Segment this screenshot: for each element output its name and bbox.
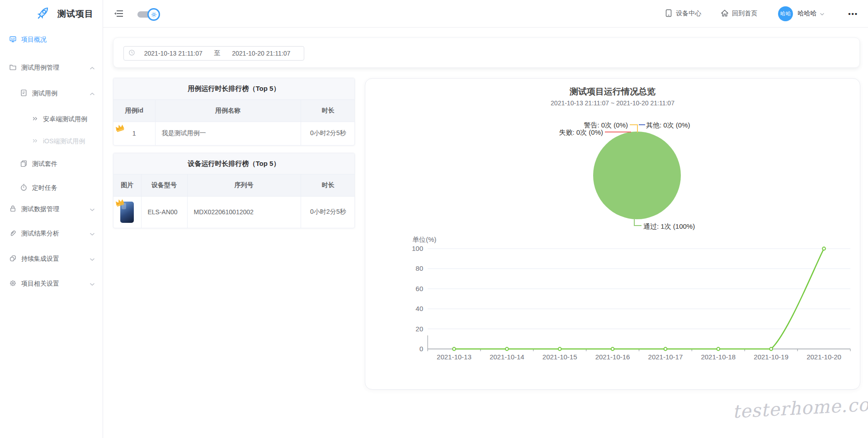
- case-duration-card: 用例运行时长排行榜（Top 5） 用例id 用例名称 时长 1 我是测试用例一 …: [113, 78, 355, 146]
- device-duration-card: 设备运行时长排行榜（Top 5） 图片 设备型号 序列号 时长 ELS-AN00…: [113, 153, 355, 228]
- sidebar-item-test-suite[interactable]: 测试套件: [0, 152, 103, 176]
- sidebar-item-testcase-management[interactable]: 测试用例管理: [0, 56, 103, 80]
- chevron-up-icon: [90, 90, 95, 97]
- case-duration-table: 用例id 用例名称 时长 1 我是测试用例一 0小时2分5秒: [113, 100, 355, 145]
- col-header-duration: 时长: [301, 174, 355, 196]
- device-image-cell: [113, 196, 141, 228]
- case-duration-cell: 0小时2分5秒: [301, 122, 355, 145]
- date-filter-card: 2021-10-13 21:11:07 至 2021-10-20 21:11:0…: [113, 38, 860, 68]
- svg-text:2021-10-17: 2021-10-17: [648, 353, 683, 361]
- svg-text:80: 80: [415, 264, 423, 272]
- leader-line-warn: [637, 124, 638, 132]
- chart-title: 测试项目运行情况总览: [365, 86, 860, 98]
- svg-text:20: 20: [415, 325, 423, 333]
- col-header-serial: 序列号: [187, 174, 301, 196]
- col-header-image: 图片: [113, 174, 141, 196]
- col-header-case-id: 用例id: [113, 100, 155, 122]
- svg-text:2021-10-14: 2021-10-14: [490, 353, 524, 361]
- home-icon: [721, 9, 728, 18]
- svg-text:单位(%): 单位(%): [412, 235, 436, 243]
- sidebar-item-project-settings[interactable]: 项目相关设置: [0, 272, 103, 296]
- sidebar-item-test-result-analysis[interactable]: 测试结果分析: [0, 222, 103, 245]
- chevron-down-icon: [90, 206, 95, 213]
- back-home-label: 回到首页: [732, 9, 757, 18]
- sidebar-item-label: 测试结果分析: [21, 230, 59, 238]
- svg-text:40: 40: [415, 305, 423, 312]
- svg-text:100: 100: [412, 245, 423, 252]
- tablet-icon: [665, 9, 672, 19]
- sidebar-item-testcase[interactable]: 测试用例: [0, 82, 103, 105]
- sidebar-item-label: 安卓端测试用例: [43, 115, 87, 123]
- sidebar-item-label: 定时任务: [32, 184, 57, 192]
- app-logo[interactable]: 测试项目: [34, 5, 94, 24]
- chevron-down-icon: [90, 255, 95, 263]
- table-row: 1 我是测试用例一 0小时2分5秒: [113, 122, 355, 145]
- overview-chart-card: 测试项目运行情况总览 2021-10-13 21:11:07 ~ 2021-10…: [365, 78, 860, 390]
- topbar-right: 设备中心 回到首页 哈哈 哈哈哈 •••: [665, 0, 858, 27]
- device-model-cell: ELS-AN00: [141, 196, 187, 228]
- svg-text:2021-10-13: 2021-10-13: [437, 353, 472, 361]
- sidebar-item-test-data[interactable]: 测试数据管理: [0, 198, 103, 221]
- timer-icon: [20, 184, 28, 193]
- sidebar-item-label: 持续集成设置: [21, 255, 59, 263]
- double-arrow-icon: [32, 137, 38, 146]
- avatar[interactable]: 哈哈: [778, 6, 793, 21]
- svg-text:2021-10-15: 2021-10-15: [542, 353, 577, 361]
- case-id-cell: 1: [113, 122, 155, 145]
- svg-text:2021-10-18: 2021-10-18: [701, 353, 736, 361]
- device-duration-cell: 0小时2分5秒: [301, 196, 355, 228]
- sidebar-item-ci-settings[interactable]: 持续集成设置: [0, 247, 103, 271]
- device-table-title: 设备运行时长排行榜（Top 5）: [113, 153, 354, 174]
- gear-icon: [9, 279, 17, 288]
- folder-icon: [9, 63, 17, 72]
- case-name-cell: 我是测试用例一: [155, 122, 301, 145]
- pie-chart: [593, 132, 681, 219]
- chart-subtitle: 2021-10-13 21:11:07 ~ 2021-10-20 21:11:0…: [365, 99, 860, 107]
- username[interactable]: 哈哈哈: [797, 9, 816, 18]
- rocket-icon: [34, 5, 52, 24]
- crown-icon: [113, 122, 126, 134]
- sidebar-item-label: 测试用例管理: [21, 64, 59, 72]
- leader-line-pass: [634, 225, 642, 226]
- svg-text:60: 60: [415, 285, 423, 292]
- paperclip-icon: [9, 229, 17, 238]
- device-center-link[interactable]: 设备中心: [665, 9, 701, 19]
- date-end-value: 2021-10-20 21:11:07: [223, 50, 300, 57]
- sidebar-item-label: 测试数据管理: [21, 205, 59, 213]
- date-range-picker[interactable]: 2021-10-13 21:11:07 至 2021-10-20 21:11:0…: [123, 46, 304, 61]
- theme-toggle[interactable]: [137, 8, 165, 21]
- collapse-menu-icon[interactable]: [114, 9, 124, 19]
- sidebar-item-label: 项目相关设置: [21, 280, 59, 288]
- dashboard-icon: [9, 35, 17, 44]
- sidebar-item-scheduled-task[interactable]: 定时任务: [0, 176, 103, 200]
- more-menu-button[interactable]: •••: [848, 10, 858, 18]
- leader-line-fail: [605, 132, 631, 132]
- svg-text:0: 0: [420, 345, 423, 353]
- leader-line-other: [639, 124, 645, 125]
- sidebar-item-project-overview[interactable]: 项目概况: [0, 28, 103, 52]
- table-row: ELS-AN00 MDX0220610012002 0小时2分5秒: [113, 196, 355, 228]
- sidebar-item-label: 测试用例: [32, 89, 57, 98]
- chevron-down-icon: [90, 280, 95, 287]
- lock-icon: [9, 205, 17, 214]
- date-separator: 至: [212, 49, 223, 57]
- pie-label-other: 其他: 0次 (0%): [646, 121, 690, 130]
- case-table-title: 用例运行时长排行榜（Top 5）: [113, 78, 354, 100]
- svg-text:2021-10-19: 2021-10-19: [754, 353, 788, 361]
- sidebar-item-ios-testcase[interactable]: iOS端测试用例: [0, 130, 103, 153]
- line-chart: 020406080100单位(%)2021-10-132021-10-14202…: [365, 228, 861, 368]
- sidebar: 测试项目 项目概况 测试用例管理 测试用例 安卓端测试用例 iOS端测试用例: [0, 0, 103, 438]
- col-header-case-name: 用例名称: [155, 100, 301, 122]
- col-header-model: 设备型号: [141, 174, 187, 196]
- back-home-link[interactable]: 回到首页: [721, 9, 757, 18]
- chevron-down-icon[interactable]: [820, 9, 825, 18]
- sidebar-item-android-testcase[interactable]: 安卓端测试用例: [0, 108, 103, 131]
- link-icon: [9, 254, 17, 264]
- watermark: testerhome.com: [732, 394, 864, 422]
- page: 测试项目 项目概况 测试用例管理 测试用例 安卓端测试用例 iOS端测试用例: [0, 0, 868, 438]
- topbar: 设备中心 回到首页 哈哈 哈哈哈 •••: [103, 0, 868, 28]
- sidebar-item-label: 项目概况: [21, 36, 47, 44]
- copy-icon: [20, 160, 28, 169]
- app-title: 测试项目: [57, 8, 94, 20]
- sidebar-item-label: 测试套件: [32, 160, 57, 168]
